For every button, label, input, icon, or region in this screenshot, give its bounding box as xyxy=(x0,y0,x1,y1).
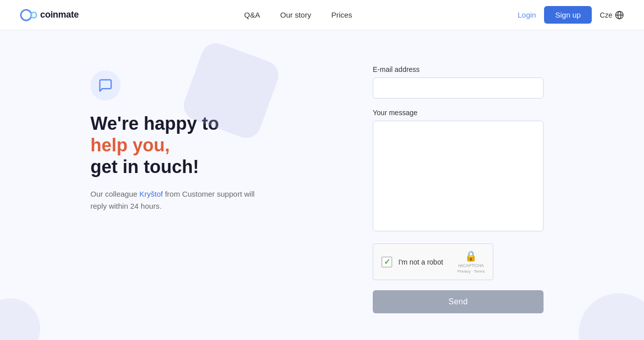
subtext: Our colleague Kryštof from Customer supp… xyxy=(90,188,261,212)
colleague-name: Kryštof xyxy=(140,190,163,198)
logo-circles-icon xyxy=(20,9,37,21)
logo-area: coinmate xyxy=(20,9,79,21)
chat-icon-wrapper xyxy=(90,70,121,101)
message-label: Your message xyxy=(373,109,544,117)
message-form-group: Your message xyxy=(373,109,544,233)
email-label: E-mail address xyxy=(373,65,544,73)
nav-links: Q&A Our story Prices xyxy=(244,11,352,19)
heading-line2: help you, xyxy=(90,135,170,155)
login-button[interactable]: Login xyxy=(518,11,536,19)
nav-link-prices[interactable]: Prices xyxy=(331,11,352,19)
recaptcha-left: ✓ I'm not a robot xyxy=(381,257,443,268)
logo-inner-circle xyxy=(30,12,37,19)
recaptcha-brand: reCAPTCHA xyxy=(458,263,484,268)
recaptcha-label: I'm not a robot xyxy=(398,258,443,266)
subtext-prefix: Our colleague xyxy=(90,190,140,198)
chat-icon xyxy=(98,78,113,93)
logo[interactable]: coinmate xyxy=(20,9,79,21)
bg-decoration-bottom-left xyxy=(0,298,40,340)
lang-label: Cze xyxy=(600,11,612,19)
navbar: coinmate Q&A Our story Prices Login Sign… xyxy=(0,0,644,30)
logo-text: coinmate xyxy=(40,10,79,20)
checkmark-icon: ✓ xyxy=(384,257,390,267)
heading-line3: get in touch! xyxy=(90,156,199,177)
signup-button[interactable]: Sign up xyxy=(544,6,592,24)
contact-form: E-mail address Your message ✓ I'm not a … xyxy=(373,60,544,313)
recaptcha-links: Privacy · Terms xyxy=(457,269,485,274)
language-selector[interactable]: Cze xyxy=(600,11,624,20)
nav-link-qa[interactable]: Q&A xyxy=(244,11,260,19)
recaptcha-right: 🔒 reCAPTCHA Privacy · Terms xyxy=(457,250,485,274)
recaptcha-widget[interactable]: ✓ I'm not a robot 🔒 reCAPTCHA Privacy · … xyxy=(373,243,493,280)
bg-decoration-bottom-right xyxy=(579,293,644,340)
email-form-group: E-mail address xyxy=(373,65,544,99)
globe-icon xyxy=(615,11,624,20)
navbar-right: Login Sign up Cze xyxy=(518,6,624,24)
email-input[interactable] xyxy=(373,77,544,99)
send-button[interactable]: Send xyxy=(373,290,544,313)
recaptcha-checkbox: ✓ xyxy=(381,257,392,268)
main-content: We're happy to help you, get in touch! O… xyxy=(0,30,644,340)
recaptcha-logo-icon: 🔒 xyxy=(465,250,477,262)
message-textarea[interactable] xyxy=(373,121,544,231)
nav-link-our-story[interactable]: Our story xyxy=(280,11,311,19)
